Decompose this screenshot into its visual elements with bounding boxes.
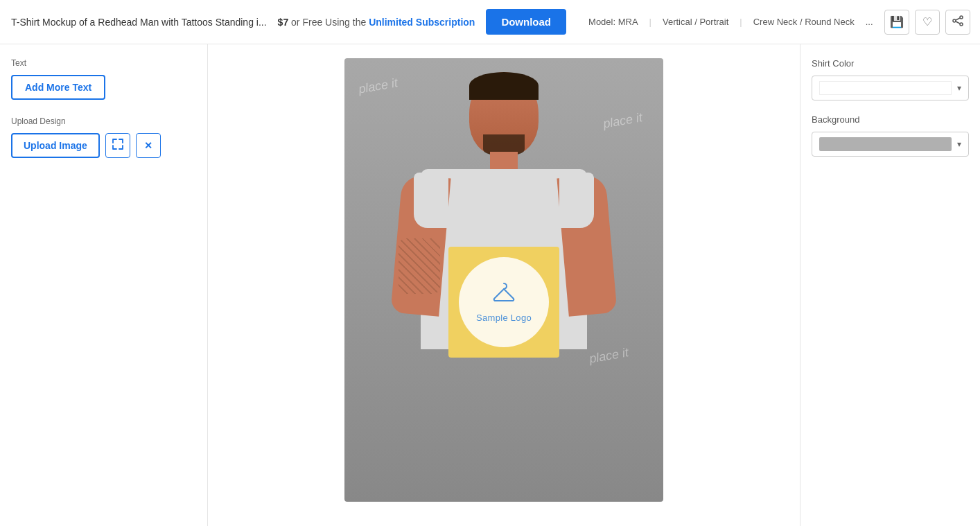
logo-circle: Sample Logo <box>459 257 549 347</box>
page-title: T-Shirt Mockup of a Redhead Man with Tat… <box>11 17 267 28</box>
left-sidebar: Text Add More Text Upload Design Upload … <box>0 44 208 526</box>
download-button[interactable]: Download <box>486 9 566 35</box>
bg-chevron-down-icon: ▾ <box>957 139 961 149</box>
share-button[interactable] <box>945 10 970 35</box>
shirt-color-dropdown[interactable]: ▾ <box>812 76 969 100</box>
upload-row: Upload Image ✕ <box>11 133 196 158</box>
price-display: $7 or Free Using the Unlimited Subscript… <box>278 17 475 28</box>
background-label: Background <box>812 114 969 125</box>
mockup-container: place it place it place it <box>344 58 663 502</box>
heart-icon: ♡ <box>922 15 932 28</box>
upload-design-section: Upload Design Upload Image ✕ <box>11 116 196 158</box>
remove-image-button[interactable]: ✕ <box>136 133 161 158</box>
svg-line-3 <box>956 18 960 20</box>
upload-section-label: Upload Design <box>11 116 196 126</box>
right-panel: Shirt Color ▾ Background ▾ <box>800 44 980 526</box>
svg-point-0 <box>960 16 963 19</box>
neck-label: Crew Neck / Round Neck <box>753 17 855 27</box>
resize-image-button[interactable] <box>105 133 130 158</box>
add-more-text-button[interactable]: Add More Text <box>11 75 105 100</box>
background-dropdown[interactable]: ▾ <box>812 132 969 157</box>
orientation-label: Vertical / Portrait <box>663 17 728 27</box>
background-swatch <box>819 137 952 151</box>
upload-image-button[interactable]: Upload Image <box>11 133 100 158</box>
header-actions: 💾 ♡ <box>884 10 970 35</box>
sample-logo-area: Sample Logo <box>448 247 559 358</box>
svg-line-4 <box>956 21 960 24</box>
canvas-area: place it place it place it <box>208 44 800 526</box>
save-icon: 💾 <box>890 15 904 28</box>
main-layout: Text Add More Text Upload Design Upload … <box>0 44 980 526</box>
resize-icon <box>112 139 123 152</box>
hanger-icon <box>491 282 516 308</box>
sample-logo-text: Sample Logo <box>476 313 532 323</box>
save-button[interactable]: 💾 <box>884 10 909 35</box>
subscription-link[interactable]: Unlimited Subscription <box>369 17 475 28</box>
shirt-color-label: Shirt Color <box>812 58 969 69</box>
close-icon: ✕ <box>144 140 152 151</box>
more-options[interactable]: ... <box>866 17 873 27</box>
svg-point-1 <box>953 19 956 22</box>
shirt-color-swatch <box>819 81 952 95</box>
text-section-label: Text <box>11 58 196 68</box>
header: T-Shirt Mockup of a Redhead Man with Tat… <box>0 0 980 44</box>
share-icon <box>952 15 963 29</box>
favorite-button[interactable]: ♡ <box>915 10 940 35</box>
model-label: Model: MRA <box>588 17 638 27</box>
chevron-down-icon: ▾ <box>957 83 961 93</box>
header-meta: Model: MRA | Vertical / Portrait | Crew … <box>588 17 873 27</box>
svg-point-2 <box>960 23 963 26</box>
